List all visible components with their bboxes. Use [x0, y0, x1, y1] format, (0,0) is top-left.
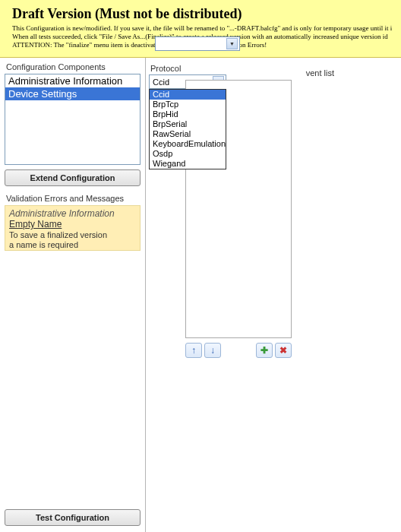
validation-msg-head: Administrative Information: [9, 208, 136, 219]
secondary-combobox[interactable]: ▼: [155, 36, 240, 51]
components-label: Configuration Components: [6, 62, 141, 71]
components-listbox[interactable]: Administrative Information Device Settin…: [5, 74, 141, 165]
dropdown-option-brpserial[interactable]: BrpSerial: [150, 119, 226, 129]
add-button[interactable]: ✚: [256, 343, 273, 358]
cross-icon: ✖: [279, 345, 287, 356]
move-down-button[interactable]: ↓: [204, 343, 221, 358]
validation-label: Validation Errors and Messages: [6, 194, 141, 203]
arrow-up-icon: ↑: [191, 345, 196, 356]
events-controls: ↑ ↓ ✚ ✖: [185, 343, 292, 358]
chevron-down-icon[interactable]: ▼: [226, 38, 238, 49]
validation-msg-body1: To save a finalized version: [9, 230, 136, 239]
dropdown-option-brptcp[interactable]: BrpTcp: [150, 100, 226, 109]
test-configuration-button[interactable]: Test Configuration: [5, 509, 141, 526]
remove-button[interactable]: ✖: [275, 343, 292, 358]
events-caption: vent list: [231, 68, 337, 78]
banner-text-1: This Configuration is new/modified. If y…: [12, 24, 393, 33]
banner-title: Draft Version (Must not be distributed): [12, 6, 393, 22]
list-item-admin-info[interactable]: Administrative Information: [5, 74, 140, 87]
left-panel: Configuration Components Administrative …: [0, 58, 146, 532]
arrow-down-icon: ↓: [210, 345, 215, 356]
dropdown-option-ccid[interactable]: Ccid: [150, 90, 226, 100]
dropdown-option-brphid[interactable]: BrpHid: [150, 109, 226, 119]
dropdown-option-keyboardemulation[interactable]: KeyboardEmulation: [150, 139, 226, 149]
move-up-button[interactable]: ↑: [185, 343, 202, 358]
validation-msg-body2: a name is required: [9, 240, 136, 249]
extend-configuration-button[interactable]: Extend Configuration: [5, 169, 141, 186]
list-item-device-settings[interactable]: Device Settings: [5, 87, 140, 100]
dropdown-option-wiegand[interactable]: Wiegand: [150, 159, 226, 169]
dropdown-option-osdp[interactable]: Osdp: [150, 149, 226, 159]
protocol-dropdown[interactable]: Ccid BrpTcp BrpHid BrpSerial RawSerial K…: [149, 89, 226, 169]
plus-icon: ✚: [260, 345, 268, 356]
validation-msg-title[interactable]: Empty Name: [9, 219, 136, 230]
dropdown-option-rawserial[interactable]: RawSerial: [150, 129, 226, 139]
validation-message-box: Administrative Information Empty Name To…: [5, 205, 141, 251]
